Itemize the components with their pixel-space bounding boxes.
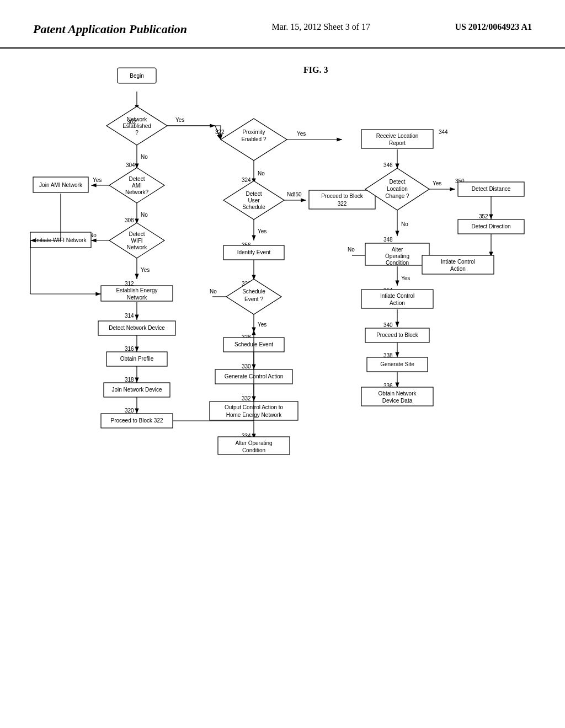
label-346: 346 xyxy=(383,162,393,168)
svg-text:Intiate Control: Intiate Control xyxy=(380,293,414,299)
svg-text:Network: Network xyxy=(127,295,148,301)
svg-text:Join  AMI Network: Join AMI Network xyxy=(39,182,83,188)
node-350-distance: Detect Distance xyxy=(458,182,524,196)
yes-label-308: Yes xyxy=(141,267,150,273)
node-354: Intiate Control Action xyxy=(422,255,494,274)
svg-text:Proximity: Proximity xyxy=(242,129,265,135)
node-312: Establish Energy Network xyxy=(101,286,173,301)
svg-text:Alter: Alter xyxy=(392,247,403,253)
svg-text:Detect: Detect xyxy=(390,179,406,185)
label-330: 330 xyxy=(242,363,251,370)
node-308: Detect WIFI Network xyxy=(109,223,164,258)
label-308: 308 xyxy=(125,217,134,223)
svg-text:Condition: Condition xyxy=(386,260,409,266)
label-302: 302 xyxy=(127,119,136,125)
no-label-348: No xyxy=(348,247,355,253)
yes-label-322: Yes xyxy=(297,131,306,137)
svg-text:Network?: Network? xyxy=(125,189,149,195)
node-304: Detect AMI Network? xyxy=(109,168,164,203)
svg-text:Generate Site: Generate Site xyxy=(380,361,414,367)
node-300: Begin xyxy=(118,68,156,83)
node-338: Generate Site xyxy=(367,357,428,372)
svg-text:User: User xyxy=(248,197,260,204)
no-label-326: No xyxy=(210,288,217,295)
svg-text:Proceed to Block 322: Proceed to Block 322 xyxy=(110,417,163,424)
svg-text:Enabled ?: Enabled ? xyxy=(241,136,266,142)
node-350-proceed: Proceed to Block 322 xyxy=(309,190,375,209)
label-314: 314 xyxy=(125,313,134,319)
label-316: 316 xyxy=(125,346,134,352)
node-320: Proceed to Block 322 xyxy=(101,414,173,428)
node-340: Proceed to Block xyxy=(365,328,429,342)
svg-text:WIFI: WIFI xyxy=(131,238,142,244)
svg-text:Location: Location xyxy=(387,186,408,192)
svg-text:Receive Location: Receive Location xyxy=(376,133,419,139)
svg-text:Report: Report xyxy=(389,140,406,146)
yes-label-346: Yes xyxy=(433,180,441,186)
svg-text:Network: Network xyxy=(127,244,148,250)
svg-text:Condition: Condition xyxy=(242,447,265,453)
label-340: 340 xyxy=(383,322,393,328)
svg-text:Detect: Detect xyxy=(129,176,145,182)
svg-text:Detect: Detect xyxy=(129,231,145,237)
svg-text:Join Network Device: Join Network Device xyxy=(111,387,162,393)
label-318: 318 xyxy=(125,377,134,383)
node-356: Identify Event xyxy=(223,245,284,260)
svg-text:Change ?: Change ? xyxy=(385,193,409,199)
label-324: 324 xyxy=(242,177,251,183)
svg-text:Obtain Profile: Obtain Profile xyxy=(120,356,154,362)
label-348: 348 xyxy=(383,237,393,243)
patent-number: US 2012/0064923 A1 xyxy=(455,22,532,32)
yes-label-304: Yes xyxy=(93,177,102,183)
label-332: 332 xyxy=(242,395,251,402)
svg-text:Proceed to Block: Proceed to Block xyxy=(376,332,419,338)
svg-text:?: ? xyxy=(135,130,138,136)
no-label-322: No xyxy=(258,170,265,176)
node-334: Alter Operating Condition xyxy=(218,437,290,454)
flowchart-svg: .box rect { fill: #fff; stroke: #000; st… xyxy=(0,49,565,699)
page-header: Patent Application Publication Mar. 15, … xyxy=(0,0,565,49)
label-320: 320 xyxy=(125,408,134,414)
node-306: Join AMI Network xyxy=(33,177,88,192)
node-354b: Intiate Control Action xyxy=(361,290,433,308)
svg-text:Obtain Network: Obtain Network xyxy=(379,390,417,397)
svg-text:322: 322 xyxy=(338,201,347,207)
node-318: Join Network Device xyxy=(104,383,170,397)
svg-text:Detect: Detect xyxy=(246,191,262,197)
svg-text:Begin: Begin xyxy=(130,73,144,79)
node-344: Receive Location Report xyxy=(361,130,433,148)
node-322: Proximity Enabled ? xyxy=(221,119,287,160)
node-302: Network Established ? xyxy=(106,106,167,145)
label-344: 344 xyxy=(439,129,448,135)
diagram-area: FIG. 3 .box rect { fill: #fff; stroke: #… xyxy=(0,49,565,699)
yes-label-302: Yes xyxy=(175,117,184,123)
yes-label-326: Yes xyxy=(258,322,266,328)
yes-label-324: Yes xyxy=(258,228,266,234)
svg-text:Operating: Operating xyxy=(385,253,409,259)
svg-text:Action: Action xyxy=(390,300,405,306)
label-352: 352 xyxy=(479,213,488,220)
node-348: Alter Operating Condition xyxy=(365,243,429,266)
svg-text:Proceed to Block: Proceed to Block xyxy=(321,193,364,199)
no-label-302: No xyxy=(141,154,148,160)
sheet-info: Mar. 15, 2012 Sheet 3 of 17 xyxy=(271,22,370,32)
yes-label-348: Yes xyxy=(401,275,410,281)
svg-text:Action: Action xyxy=(450,266,466,272)
svg-text:Establish Energy: Establish Energy xyxy=(116,287,157,293)
node-316: Obtain Profile xyxy=(106,352,167,366)
node-324: Detect User Schedule xyxy=(223,181,284,220)
publication-title: Patent Application Publication xyxy=(33,22,187,36)
label-350-block: 350 xyxy=(292,191,302,197)
node-326: Schedule Event ? xyxy=(226,279,281,314)
no-label-346: No xyxy=(401,221,408,227)
node-336: Obtain Network Device Data xyxy=(361,387,433,406)
svg-text:Schedule: Schedule xyxy=(242,204,265,210)
svg-text:AMI: AMI xyxy=(132,183,142,189)
svg-text:Identify Event: Identify Event xyxy=(237,249,271,255)
label-304: 304 xyxy=(126,162,135,168)
svg-text:Device Data: Device Data xyxy=(382,398,413,404)
no-label-304: No xyxy=(141,212,148,218)
node-352: Detect Direction xyxy=(458,220,524,234)
node-314: Detect Network Device xyxy=(98,321,175,335)
svg-text:Event ?: Event ? xyxy=(244,296,263,302)
